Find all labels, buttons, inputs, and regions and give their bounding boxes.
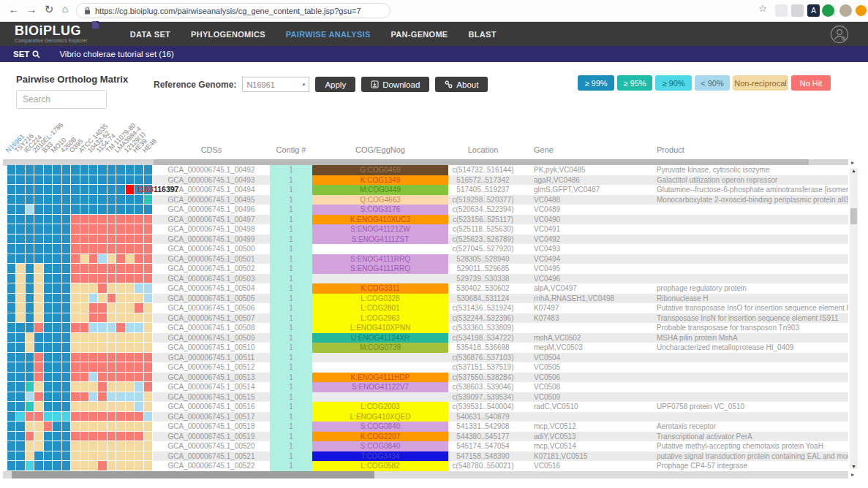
matrix-cell[interactable] [144, 205, 153, 215]
matrix-cell[interactable] [135, 432, 143, 442]
matrix-cell[interactable] [7, 215, 16, 225]
matrix-cell[interactable] [98, 185, 107, 195]
matrix-cell[interactable] [89, 461, 98, 471]
nav-item-data-set[interactable]: DATA SET [130, 30, 170, 39]
matrix-cell[interactable] [89, 432, 98, 442]
matrix-cell[interactable] [34, 313, 43, 324]
vertical-scrollbar[interactable]: ▴ ▾ [850, 168, 858, 469]
matrix-cell[interactable] [71, 205, 80, 215]
matrix-cell[interactable] [144, 382, 153, 392]
matrix-cell[interactable] [80, 254, 89, 264]
matrix-cell[interactable] [126, 343, 135, 353]
matrix-cell[interactable] [7, 294, 16, 304]
matrix-cell[interactable] [98, 303, 107, 313]
matrix-cell[interactable] [135, 283, 143, 294]
matrix-cell[interactable] [116, 402, 125, 412]
matrix-cell[interactable] [144, 175, 153, 186]
matrix-cell[interactable] [89, 313, 98, 324]
matrix-cell[interactable] [26, 215, 34, 225]
nav-item-phylogenomics[interactable]: PHYLOGENOMICS [191, 30, 265, 39]
matrix-cell[interactable] [144, 274, 153, 284]
matrix-cell[interactable] [34, 195, 43, 205]
matrix-cell[interactable] [44, 244, 53, 254]
matrix-cell[interactable] [26, 303, 34, 313]
matrix-cell[interactable] [62, 353, 71, 363]
matrix-cell[interactable] [135, 382, 143, 392]
table-row[interactable]: GCA_000006745.1_004961S:COG3176c(520634.… [0, 205, 848, 215]
matrix-cell[interactable] [44, 274, 53, 284]
matrix-cell[interactable] [44, 392, 53, 403]
matrix-cell[interactable] [7, 461, 16, 471]
matrix-cell[interactable] [62, 205, 71, 215]
table-row[interactable]: GCA_000006745.1_005091U:ENOG41124XRc(534… [0, 333, 848, 343]
matrix-cell[interactable] [135, 353, 143, 363]
matrix-cell[interactable] [7, 264, 16, 274]
matrix-cell[interactable] [7, 353, 16, 363]
matrix-cell[interactable] [126, 461, 135, 471]
matrix-cell[interactable] [62, 412, 71, 422]
matrix-cell[interactable] [53, 382, 61, 392]
table-row[interactable]: GCA_000006745.1_005211T:COG3434547158..5… [0, 451, 848, 462]
matrix-cell[interactable] [98, 323, 107, 333]
matrix-cell[interactable] [89, 274, 98, 284]
matrix-cell[interactable] [107, 353, 116, 363]
matrix-cell[interactable] [53, 294, 61, 304]
matrix-cell[interactable] [116, 215, 125, 225]
matrix-cell[interactable] [44, 313, 53, 324]
matrix-cell[interactable] [126, 303, 135, 313]
table-row[interactable]: GCA_000006745.1_005001c(527045..527920)V… [0, 244, 848, 254]
matrix-cell[interactable] [144, 373, 153, 383]
matrix-cell[interactable] [44, 215, 53, 225]
matrix-cell[interactable] [53, 461, 61, 471]
matrix-cell[interactable] [107, 392, 116, 403]
matrix-cell[interactable] [44, 362, 53, 373]
matrix-cell[interactable] [116, 412, 125, 422]
matrix-cell[interactable] [34, 343, 43, 353]
matrix-cell[interactable] [71, 392, 80, 403]
matrix-cell[interactable] [26, 432, 34, 442]
matrix-cell[interactable] [107, 195, 116, 205]
matrix-cell[interactable] [71, 461, 80, 471]
matrix-cell[interactable] [80, 461, 89, 471]
matrix-cell[interactable] [135, 343, 143, 353]
table-row[interactable]: GCA_000006745.1_004931K:COG1349516572..5… [0, 175, 848, 186]
nav-item-pan-genome[interactable]: PAN-GENOME [391, 30, 448, 39]
matrix-cell[interactable] [44, 294, 53, 304]
matrix-cell[interactable] [34, 254, 43, 264]
matrix-cell[interactable] [89, 412, 98, 422]
matrix-cell[interactable] [80, 451, 89, 462]
matrix-cell[interactable] [126, 323, 135, 333]
matrix-cell[interactable] [98, 412, 107, 422]
browser-profile-badge[interactable] [856, 5, 867, 16]
matrix-cell[interactable] [26, 313, 34, 324]
matrix-cell[interactable] [116, 274, 125, 284]
matrix-cell[interactable] [44, 175, 53, 186]
matrix-cell[interactable] [62, 224, 71, 235]
matrix-cell[interactable] [107, 402, 116, 412]
table-row[interactable]: GCA_000006745.1_005101M:COG0739535418..5… [0, 343, 848, 353]
matrix-cell[interactable] [135, 422, 143, 432]
matrix-cell[interactable] [144, 323, 153, 333]
browser-reload-icon[interactable]: ↻ [41, 3, 57, 16]
matrix-cell[interactable] [16, 303, 25, 313]
matrix-cell[interactable] [62, 402, 71, 412]
matrix-cell[interactable] [26, 343, 34, 353]
matrix-cell[interactable] [53, 274, 61, 284]
matrix-cell[interactable] [126, 185, 135, 195]
matrix-cell[interactable] [71, 441, 80, 451]
matrix-cell[interactable] [71, 235, 80, 245]
browser-home-icon[interactable]: ⌂ [57, 3, 73, 15]
matrix-cell[interactable] [53, 432, 61, 442]
matrix-cell[interactable] [44, 303, 53, 313]
matrix-cell[interactable] [62, 382, 71, 392]
matrix-cell[interactable] [62, 294, 71, 304]
matrix-cell[interactable] [7, 175, 16, 186]
matrix-cell[interactable] [135, 294, 143, 304]
matrix-cell[interactable] [116, 244, 125, 254]
matrix-cell[interactable] [98, 343, 107, 353]
matrix-cell[interactable] [89, 373, 98, 383]
matrix-cell[interactable] [80, 195, 89, 205]
matrix-cell[interactable] [34, 441, 43, 451]
matrix-cell[interactable] [80, 205, 89, 215]
table-row[interactable]: GCA_000006745.1_005051L:COG0328530684..5… [0, 294, 848, 304]
